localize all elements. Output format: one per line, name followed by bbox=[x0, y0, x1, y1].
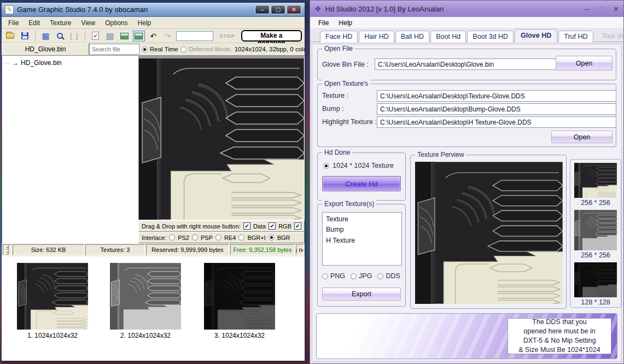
left-toolbar: ▦ [ ] ✔ ▩ ↶ ↷ STOP Make a donation bbox=[2, 29, 305, 43]
left-titlebar[interactable]: ✎ Game Graphic Studio 7.4.0 by obocaman … bbox=[2, 3, 305, 17]
save-button[interactable] bbox=[19, 31, 30, 42]
open-file-button[interactable] bbox=[4, 31, 16, 42]
tab-hair-hd[interactable]: Hair HD bbox=[359, 31, 394, 42]
texture-size-option: 1024 * 1024 Texture bbox=[323, 162, 394, 169]
texture-preview-canvas[interactable] bbox=[138, 55, 305, 220]
verify-button[interactable]: ✔ bbox=[90, 31, 101, 42]
redo-button[interactable]: ↷ bbox=[162, 31, 173, 42]
tab-boot-3d-hd[interactable]: Boot 3d HD bbox=[467, 31, 514, 42]
bottom-banner: The DDS that you opened here must be in … bbox=[316, 313, 617, 359]
tab-ball-hd[interactable]: Ball HD bbox=[395, 31, 429, 42]
bump-path-input[interactable] bbox=[377, 103, 616, 115]
texture-thumbnail-2[interactable] bbox=[110, 263, 181, 330]
open-file-group-title: Open File bbox=[322, 45, 355, 52]
menu-options[interactable]: Options bbox=[101, 18, 132, 28]
file-tab[interactable]: HD_Glove.bin bbox=[2, 43, 89, 55]
menu-edit[interactable]: Edit bbox=[24, 18, 44, 28]
real-time-radio[interactable] bbox=[142, 46, 148, 52]
transparency-button[interactable]: ▩ bbox=[104, 31, 115, 42]
export-button[interactable]: Export bbox=[322, 287, 401, 301]
spinner-down-icon[interactable]: ˅ bbox=[5, 250, 9, 255]
dds-radio[interactable] bbox=[377, 273, 383, 279]
mip-thumbnail-2[interactable] bbox=[574, 210, 617, 250]
maximize-button[interactable]: ▢ bbox=[598, 5, 604, 13]
bgri-label: BGR+I bbox=[247, 234, 265, 241]
minimize-button[interactable]: – bbox=[585, 5, 589, 13]
tab-glove-hd[interactable]: Glove HD bbox=[515, 29, 557, 42]
menu-file[interactable]: File bbox=[4, 18, 23, 28]
spinner-up-icon[interactable]: ˄ bbox=[5, 245, 9, 250]
menu-file[interactable]: File bbox=[314, 18, 333, 28]
check-document-icon: ✔ bbox=[92, 32, 99, 40]
tab-truf-hd[interactable]: Truf HD bbox=[558, 31, 593, 42]
toolbar-input[interactable] bbox=[176, 31, 213, 41]
export-group-title: Export Texture(s) bbox=[322, 200, 376, 208]
image-mode-button[interactable] bbox=[133, 31, 144, 42]
re4-radio[interactable] bbox=[215, 234, 221, 240]
hd-texture-preview[interactable] bbox=[415, 162, 563, 304]
open-bin-button[interactable]: Open bbox=[556, 56, 613, 71]
undo-button[interactable]: ↶ bbox=[148, 31, 159, 42]
export-format-row: PNG JPG DDS bbox=[322, 272, 400, 280]
maximize-button[interactable]: ▢ bbox=[271, 5, 285, 14]
mip2-size-label: 256 * 256 bbox=[570, 251, 621, 259]
texture-thumbnail-1[interactable] bbox=[17, 263, 88, 330]
deferred-radio[interactable] bbox=[180, 46, 186, 52]
tree-item[interactable]: ┈┈ → HD_Glove.bin bbox=[4, 59, 136, 67]
search-input[interactable] bbox=[89, 44, 139, 55]
status-reserved: Reserved: 9,999,999 bytes bbox=[146, 244, 229, 255]
close-button[interactable]: ✕ bbox=[613, 5, 619, 13]
mip2-image bbox=[574, 210, 617, 250]
right-menubar: File Help bbox=[310, 17, 623, 29]
glove-bin-path-input[interactable] bbox=[375, 58, 559, 70]
stop-label[interactable]: STOP bbox=[216, 33, 238, 39]
right-titlebar[interactable]: ❖ Hd Studio 2012 [v 1.0] By LeoArsalan –… bbox=[310, 1, 623, 17]
highlight-path-input[interactable] bbox=[377, 116, 616, 128]
close-button[interactable]: ✕ bbox=[287, 5, 301, 14]
left-menubar: File Edit Texture View Options Help bbox=[2, 17, 305, 29]
open-textures-group-title: Open Texture's bbox=[322, 80, 370, 87]
export-listbox[interactable]: Texture Bump H Texture bbox=[322, 212, 402, 266]
zoom-button[interactable] bbox=[54, 31, 66, 42]
deferred-label: Deferred Mode. bbox=[189, 46, 232, 52]
size-1024-radio[interactable] bbox=[323, 163, 329, 169]
export-item-texture[interactable]: Texture bbox=[326, 214, 398, 225]
ps2-radio[interactable] bbox=[169, 234, 175, 240]
png-radio[interactable] bbox=[322, 273, 328, 279]
menu-view[interactable]: View bbox=[77, 18, 100, 28]
size-1024-label: 1024 * 1024 Texture bbox=[333, 162, 394, 169]
jpg-radio[interactable] bbox=[351, 273, 357, 279]
menu-texture[interactable]: Texture bbox=[45, 18, 75, 28]
minimize-button[interactable]: – bbox=[255, 5, 270, 14]
left-window-title: Game Graphic Studio 7.4.0 by obocaman bbox=[17, 5, 148, 14]
texture-tree: ┈┈ → HD_Glove.bin bbox=[2, 55, 138, 243]
menu-help[interactable]: Help bbox=[133, 18, 156, 28]
toolbar-separator bbox=[85, 31, 85, 41]
texture-thumbnail-3[interactable] bbox=[204, 263, 275, 330]
status-free: Free: 9,352,158 bytes bbox=[230, 244, 295, 255]
status-spinner[interactable]: ˄ ˅ bbox=[3, 244, 11, 255]
export-item-bump[interactable]: Bump bbox=[326, 225, 398, 235]
menu-help[interactable]: Help bbox=[335, 18, 356, 28]
mip-thumbnail-1[interactable] bbox=[574, 163, 617, 198]
donate-button[interactable]: Make a donation bbox=[241, 30, 302, 42]
rgb-checkbox[interactable]: ✔ bbox=[269, 222, 276, 230]
grid-view-button[interactable]: ▦ bbox=[40, 31, 51, 42]
export-group: Export Texture(s) Texture Bump H Texture… bbox=[317, 204, 406, 307]
tab-boot-hd[interactable]: Boot Hd bbox=[430, 31, 466, 42]
texture-path-input[interactable] bbox=[377, 90, 616, 102]
open-textures-button[interactable]: Open bbox=[551, 131, 613, 143]
fit-image-button[interactable] bbox=[119, 31, 130, 42]
create-hd-button[interactable]: Create Hd bbox=[322, 176, 401, 191]
tab-face-hd[interactable]: Face HD bbox=[320, 31, 358, 42]
selection-button[interactable]: [ ] bbox=[69, 31, 80, 42]
status-size: Size: 632 KB bbox=[13, 244, 84, 255]
bgri-radio[interactable] bbox=[238, 234, 244, 240]
real-time-label: Real Time bbox=[150, 46, 178, 52]
mip-thumbnail-3[interactable] bbox=[574, 262, 617, 297]
export-item-h-texture[interactable]: H Texture bbox=[326, 236, 398, 246]
data-checkbox[interactable]: ✔ bbox=[243, 222, 250, 230]
alpha-checkbox[interactable]: ✔ bbox=[294, 222, 301, 230]
psp-radio[interactable] bbox=[192, 234, 198, 240]
bgr-radio[interactable] bbox=[269, 234, 275, 240]
